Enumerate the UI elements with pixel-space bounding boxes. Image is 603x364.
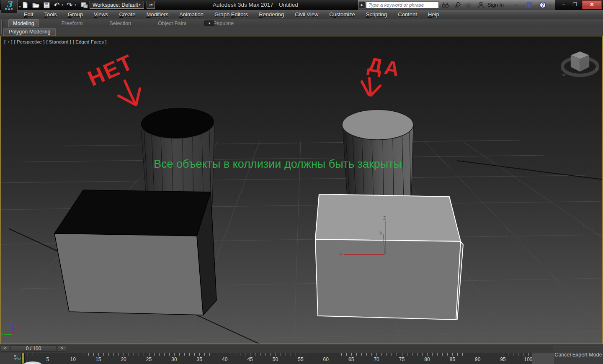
frame-tick bbox=[144, 353, 144, 356]
favorites-button[interactable]: ☆ bbox=[464, 1, 472, 9]
menu-item-modifiers[interactable]: Modifiers bbox=[141, 11, 174, 18]
menu-item-rendering[interactable]: Rendering bbox=[253, 11, 289, 18]
ribbon-tab-freeform[interactable]: Freeform bbox=[57, 20, 87, 27]
search-communication-button[interactable] bbox=[441, 1, 449, 9]
app-menu-caret-icon[interactable]: ▼ bbox=[18, 5, 21, 8]
frame-tick bbox=[83, 353, 83, 356]
viewport-general-menu[interactable]: [ + ] bbox=[4, 39, 13, 44]
frame-tick bbox=[245, 353, 245, 356]
tripod-z-label: Z bbox=[383, 215, 386, 220]
undo-button[interactable]: ↶ bbox=[52, 1, 61, 9]
manage-workspaces-button[interactable] bbox=[80, 1, 89, 9]
frame-label: 25 bbox=[146, 356, 152, 362]
frame-label: 40 bbox=[222, 356, 227, 362]
frame-tick bbox=[478, 353, 478, 356]
polygon-modeling-panel-tab[interactable]: Polygon Modeling bbox=[3, 28, 56, 36]
save-file-button[interactable] bbox=[42, 1, 51, 9]
frame-tick bbox=[452, 353, 453, 356]
frame-tick bbox=[397, 353, 397, 356]
menu-item-scripting[interactable]: Scripting bbox=[361, 11, 393, 18]
search-go-button[interactable]: ▶ bbox=[359, 1, 365, 8]
workspace-selector[interactable]: Workspace: Default ▼ bbox=[90, 1, 144, 9]
cancel-expert-mode-button[interactable]: Cancel Expert Mode bbox=[554, 346, 603, 364]
ribbon-drag-grip[interactable] bbox=[1, 20, 3, 34]
frame-label: 45 bbox=[247, 356, 253, 362]
app-logo[interactable]: 3 MAX bbox=[1, 0, 18, 14]
frame-tick bbox=[189, 353, 190, 356]
menu-item-help[interactable]: Help bbox=[423, 11, 445, 18]
restore-button[interactable]: ❐ bbox=[570, 1, 580, 9]
redo-button[interactable]: ↷ bbox=[65, 1, 74, 9]
close-button[interactable]: ✕ bbox=[582, 0, 602, 9]
frame-tick bbox=[215, 353, 215, 356]
toolbar-overflow-button[interactable]: ≡▾ bbox=[147, 1, 155, 9]
frame-tick bbox=[38, 353, 38, 356]
viewport-style-menu[interactable]: [ Edged Faces ] bbox=[73, 39, 107, 44]
frame-label: 100 bbox=[524, 356, 532, 362]
frame-tick bbox=[179, 353, 180, 356]
frame-tick bbox=[33, 353, 33, 356]
ribbon-minimize-button[interactable]: ▾ bbox=[204, 21, 214, 26]
open-box[interactable] bbox=[54, 190, 216, 315]
perspective-viewport[interactable]: [ + ] [ Perspective ] [ Standard ] [ Edg… bbox=[0, 36, 603, 344]
menu-item-edit[interactable]: Edit bbox=[18, 11, 39, 18]
view-cube[interactable]: W S bbox=[562, 51, 598, 77]
undo-history-caret-icon[interactable]: ▼ bbox=[61, 4, 64, 6]
frame-label: 80 bbox=[424, 356, 430, 362]
frame-tick bbox=[473, 353, 473, 356]
viewport-pov-menu[interactable]: [ Perspective ] bbox=[14, 39, 45, 44]
new-scene-button[interactable] bbox=[21, 1, 29, 9]
track-bar-end-cap bbox=[532, 353, 555, 364]
undo-arrow-icon: ↶ bbox=[54, 1, 59, 10]
frame-tick bbox=[291, 353, 291, 356]
frame-tick bbox=[93, 353, 94, 356]
frame-tick bbox=[371, 353, 372, 356]
menu-item-content[interactable]: Content bbox=[392, 11, 423, 18]
minimize-button[interactable]: – bbox=[559, 1, 568, 9]
menu-item-customize[interactable]: Customize bbox=[324, 11, 360, 18]
closed-cylinder[interactable] bbox=[342, 110, 413, 204]
menu-item-group[interactable]: Group bbox=[62, 11, 88, 18]
menu-item-tools[interactable]: Tools bbox=[39, 11, 62, 18]
next-frame-button[interactable]: > bbox=[58, 345, 66, 352]
autodesk-exchange-button[interactable]: X bbox=[523, 1, 533, 9]
viewcube-south-label: S bbox=[595, 67, 598, 71]
workspace-caret-icon: ▼ bbox=[138, 3, 141, 6]
mini-curve-editor-button[interactable] bbox=[14, 355, 21, 363]
viewport-scene[interactable]: Z X Y Все объекты в коллизии должны быть… bbox=[1, 36, 602, 343]
open-file-button[interactable] bbox=[32, 1, 40, 9]
closed-box[interactable] bbox=[315, 194, 463, 320]
app-title: Autodesk 3ds Max 2017 bbox=[213, 2, 273, 8]
ribbon-tab-object-paint[interactable]: Object Paint bbox=[154, 20, 191, 27]
sign-in-button[interactable] bbox=[477, 1, 485, 9]
frame-tick bbox=[159, 353, 160, 356]
menu-item-animation[interactable]: Animation bbox=[174, 11, 209, 18]
timeline-ruler[interactable]: 0510152025303540455055606570758085909510… bbox=[0, 353, 532, 364]
new-document-icon bbox=[22, 2, 28, 8]
sign-in-label[interactable]: Sign In bbox=[487, 2, 504, 8]
current-frame-display[interactable]: 0 / 100 bbox=[10, 345, 57, 352]
menu-item-views[interactable]: Views bbox=[88, 11, 113, 18]
previous-frame-button[interactable]: < bbox=[1, 345, 9, 352]
viewport-shading-menu[interactable]: [ Standard ] bbox=[46, 39, 71, 44]
ribbon-minimize-caret-icon[interactable]: ▼ bbox=[216, 22, 219, 25]
sign-in-caret-icon[interactable]: ▼ bbox=[514, 4, 517, 7]
frame-tick bbox=[341, 353, 342, 356]
frame-label: 30 bbox=[171, 356, 177, 362]
menu-item-graph-editors[interactable]: Graph Editors bbox=[209, 11, 253, 18]
redo-history-caret-icon[interactable]: ▼ bbox=[74, 4, 77, 6]
timeline-playhead[interactable] bbox=[21, 353, 25, 364]
help-caret-icon[interactable]: ▼ bbox=[549, 4, 551, 7]
help-button[interactable]: ? bbox=[539, 2, 546, 8]
frame-tick bbox=[528, 353, 529, 356]
search-input[interactable] bbox=[366, 1, 439, 8]
ribbon-tab-modeling[interactable]: Modeling bbox=[8, 19, 39, 27]
menu-item-create[interactable]: Create bbox=[113, 11, 141, 18]
frame-tick bbox=[98, 353, 99, 356]
communication-center-button[interactable] bbox=[453, 1, 461, 9]
ribbon-tab-selection[interactable]: Selection bbox=[105, 20, 135, 27]
menu-item-civil-view[interactable]: Civil View bbox=[289, 11, 324, 18]
frame-tick bbox=[392, 353, 392, 356]
frame-label: 50 bbox=[273, 356, 278, 362]
time-slider-row bbox=[0, 344, 603, 353]
